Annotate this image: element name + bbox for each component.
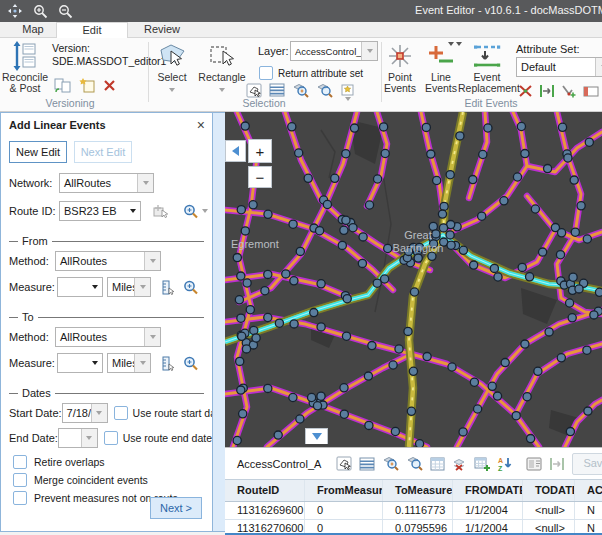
map-zoom-in-button[interactable]: + [248,139,272,163]
split-event-icon[interactable] [518,84,533,98]
selection-group-label: Selection [242,97,285,109]
zoom-to-measure-icon[interactable] [183,280,199,295]
use-route-end-date-checkbox[interactable] [104,431,118,445]
table-cell: 11316269600 [225,502,305,519]
chevron-down-icon[interactable] [144,328,160,346]
clear-selection-icon[interactable] [452,457,467,471]
table-header-cell[interactable]: FROMDATE [453,480,523,501]
to-method-select[interactable]: AllRoutes [55,327,161,347]
selectable-layers-menu[interactable] [340,83,356,101]
to-measure-combo[interactable] [57,353,103,373]
zoom-to-layer-icon[interactable] [316,83,333,98]
chevron-down-icon[interactable] [144,252,160,270]
table-row[interactable]: 1131627060000.07955961/1/2004<null>N [225,520,602,533]
attribute-set-select[interactable]: Default [516,57,602,77]
merge-event-icon[interactable] [561,84,577,98]
chevron-down-icon [312,433,322,440]
attribute-table[interactable]: RouteIDFromMeasureToMeasureFROMDATETODAT… [225,479,602,533]
event-replacement-button[interactable]: Event Replacement [458,40,516,94]
option-checkbox[interactable] [13,491,27,505]
close-icon[interactable]: × [197,113,205,137]
new-edit-button[interactable]: New Edit [9,141,67,163]
table-cell: 11316270600 [225,520,305,533]
return-attribute-checkbox[interactable] [259,66,273,80]
sort-az-icon[interactable]: AZ [497,456,513,471]
map-zoom-out-button[interactable]: − [248,166,272,188]
collapse-table-button[interactable] [305,428,328,444]
chevron-down-icon[interactable] [137,174,153,192]
end-date-combo[interactable] [58,428,98,448]
add-record-icon[interactable] [474,457,490,471]
chevron-down-icon[interactable] [91,404,107,422]
zoom-out-icon[interactable] [56,2,74,20]
versioning-group-label: Versioning [45,97,94,109]
table-row[interactable]: 1131626960000.11167731/1/2004<null>N [225,502,602,520]
network-select[interactable]: AllRoutes [59,173,154,193]
from-measure-combo[interactable] [57,277,103,297]
rectangle-select-button[interactable]: Rectangle [196,40,248,94]
chevron-down-icon[interactable] [595,58,602,76]
delete-version-icon[interactable] [103,79,116,92]
layer-label: Layer: [258,45,289,57]
select-button[interactable]: Select [150,40,194,94]
new-version-icon[interactable] [79,78,95,93]
line-events-button[interactable]: Line Events [420,40,462,94]
tab-edit[interactable]: Edit [56,22,128,38]
chevron-down-icon[interactable] [88,285,102,289]
select-route-on-map-icon[interactable] [153,204,169,219]
reconcile-post-button[interactable]: Reconcile & Post [2,40,48,94]
measure-ruler-icon[interactable] [161,356,175,371]
next-button[interactable]: Next > [150,497,202,519]
option-checkbox[interactable] [13,455,27,469]
table-cell: N [575,520,602,533]
measure-ruler-icon[interactable] [161,280,175,295]
chevron-down-icon[interactable] [169,88,175,92]
zoom-in-icon[interactable] [31,2,49,20]
map-canvas[interactable]: EgremontGreatBarrington [225,112,602,447]
table-cell: 0.1116773 [383,502,453,519]
table-header-cell[interactable]: RouteID [225,480,305,501]
tab-map[interactable]: Map [10,22,56,38]
chevron-down-icon[interactable] [126,209,140,213]
start-date-combo[interactable]: 7/18/ [62,403,108,423]
show-card-view-icon[interactable] [526,457,542,471]
zoom-to-route-icon[interactable] [183,204,199,219]
panel-scrollbar[interactable] [213,112,225,532]
use-route-start-date-checkbox[interactable] [114,406,128,420]
option-checkbox[interactable] [13,473,27,487]
to-unit-select[interactable]: Miles [107,353,151,373]
event-attributes-icon[interactable] [583,85,599,98]
select-by-polygon-icon[interactable] [246,83,262,98]
layer-select[interactable]: AccessControl_A [290,41,378,61]
map-place-label: Barrington [393,242,444,254]
chevron-down-icon[interactable] [134,278,150,296]
collapse-panel-button[interactable] [225,140,246,162]
chevron-down-icon[interactable] [219,88,225,92]
zoom-to-selection-icon[interactable] [292,83,309,98]
tab-review[interactable]: Review [128,22,196,38]
chevron-down-icon[interactable] [361,42,377,60]
map-view[interactable]: EgremontGreatBarrington + − [225,112,602,447]
zoom-to-measure-icon[interactable] [183,356,199,371]
chevron-down-icon[interactable] [88,361,102,365]
chevron-down-icon[interactable] [134,354,150,372]
pan-to-selection-icon[interactable] [406,456,423,471]
chevron-down-icon[interactable] [81,429,97,447]
table-header-cell[interactable]: FromMeasure [305,480,383,501]
table-header-cell[interactable]: AC [575,480,602,501]
extend-event-icon[interactable] [539,84,555,98]
attribute-table-icon[interactable] [359,457,375,471]
pan-icon[interactable] [6,2,24,20]
from-method-select[interactable]: AllRoutes [55,251,161,271]
table-header-cell[interactable]: TODATE [523,480,575,501]
chevron-down-icon[interactable] [202,209,208,213]
attribute-table-icon[interactable] [269,83,285,97]
field-calculator-icon[interactable] [430,457,445,471]
point-events-button[interactable]: Point Events [380,40,420,94]
select-by-polygon-icon[interactable] [336,456,352,471]
route-id-combo[interactable]: BSR23 EB [59,201,141,221]
refresh-version-icon[interactable] [54,78,71,93]
zoom-to-selection-icon[interactable] [382,456,399,471]
table-header-cell[interactable]: ToMeasure [383,480,453,501]
from-unit-select[interactable]: Miles [107,277,151,297]
